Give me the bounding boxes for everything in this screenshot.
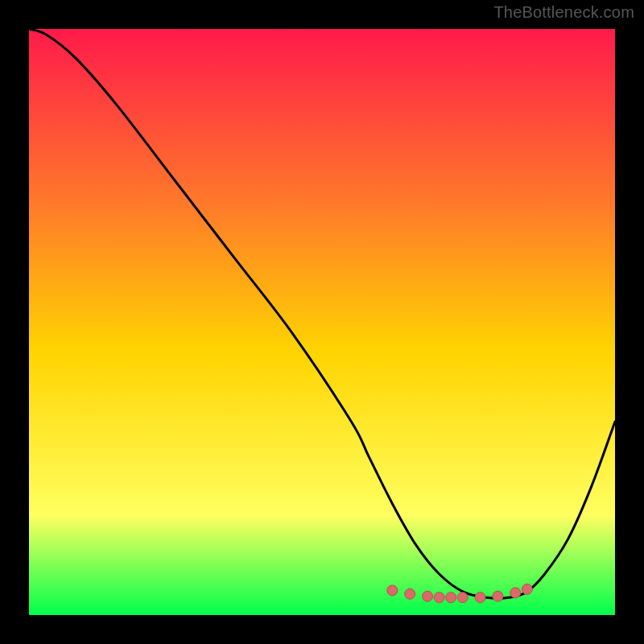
marker-dot — [387, 585, 398, 596]
marker-dot — [522, 584, 532, 594]
attribution-label: TheBottleneck.com — [493, 3, 634, 22]
gradient-background — [29, 29, 615, 615]
marker-dot — [446, 592, 456, 603]
plot-svg — [29, 29, 615, 615]
chart-viewport: TheBottleneck.com — [0, 0, 644, 644]
plot-area — [29, 29, 615, 615]
marker-dot — [475, 592, 485, 603]
marker-dot — [434, 592, 444, 603]
marker-dot — [457, 592, 468, 603]
marker-dot — [510, 588, 521, 598]
marker-dot — [493, 591, 503, 601]
marker-dot — [405, 588, 415, 599]
marker-dot — [423, 591, 433, 601]
